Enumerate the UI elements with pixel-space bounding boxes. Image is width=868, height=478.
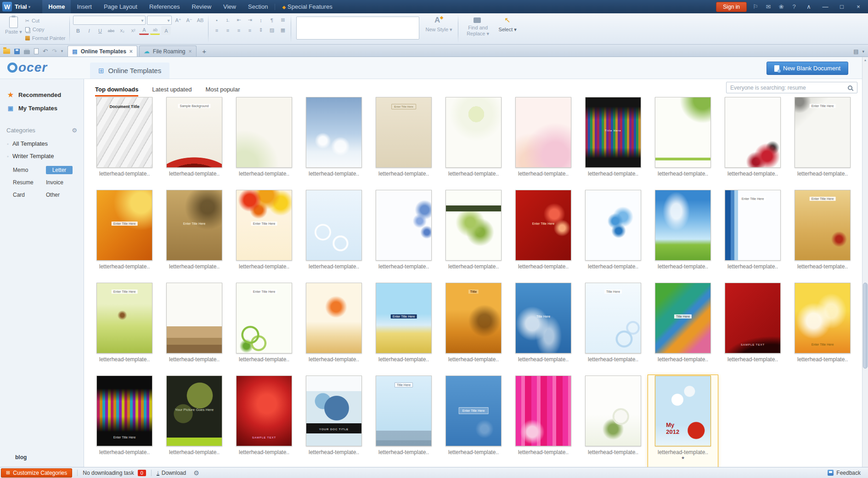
- template-card[interactable]: letterhead-template..: [648, 189, 718, 282]
- print-preview-icon[interactable]: [34, 48, 39, 54]
- categories-gear-icon[interactable]: ⚙: [72, 127, 77, 134]
- download-button[interactable]: ↓ Download: [157, 470, 186, 476]
- line-spacing-button[interactable]: ⇕: [256, 26, 265, 34]
- template-card[interactable]: Title Hereletterhead-template..: [508, 282, 578, 375]
- template-thumbnail-scarecrow[interactable]: Enter Title Here: [96, 283, 152, 353]
- menu-references[interactable]: References: [143, 0, 186, 13]
- format-painter-button[interactable]: Format Painter: [25, 34, 66, 42]
- template-card[interactable]: Enter Title Hereletterhead-template..: [229, 282, 299, 375]
- decrease-font-button[interactable]: A⁻: [184, 16, 194, 25]
- template-card[interactable]: Enter Title Hereletterhead-template..: [788, 97, 857, 189]
- shading-button[interactable]: ▨: [267, 26, 276, 34]
- bullets-button[interactable]: •: [212, 16, 221, 24]
- template-thumbnail-gold-oriental[interactable]: Enter Title Here: [795, 190, 851, 261]
- docer-logo[interactable]: ocer: [7, 61, 47, 74]
- template-thumbnail-amber-tree[interactable]: Title: [445, 283, 502, 353]
- feedback-button[interactable]: Feedback: [828, 470, 868, 476]
- highlight-button[interactable]: ab: [150, 26, 160, 35]
- subcategory-memo[interactable]: Memo: [13, 166, 39, 174]
- table-button[interactable]: ▦: [278, 26, 287, 34]
- collapse-ribbon-icon[interactable]: ∧: [803, 3, 815, 10]
- superscript-button[interactable]: X²: [128, 26, 138, 35]
- tab-list-caret-icon[interactable]: ▾: [862, 49, 864, 54]
- template-thumbnail-red-wave[interactable]: Sample Background: [166, 97, 222, 168]
- close-tab-icon[interactable]: ×: [130, 48, 133, 55]
- template-card[interactable]: Enter Title Hereletterhead-template..: [159, 189, 229, 282]
- template-thumbnail-pale-rings[interactable]: Title Here: [585, 283, 641, 353]
- template-card[interactable]: Enter Title Hereletterhead-template..: [90, 189, 159, 282]
- tab-top-downloads[interactable]: Top downloads: [95, 86, 138, 97]
- search-icon[interactable]: [848, 85, 852, 90]
- style-gallery[interactable]: [296, 17, 419, 40]
- template-card[interactable]: Enter Title Hereletterhead-template..: [90, 375, 159, 467]
- template-thumbnail-origami-2012[interactable]: My 2012: [655, 376, 711, 446]
- template-card[interactable]: Enter Title Hereletterhead-template..: [369, 282, 439, 375]
- tab-online-templates[interactable]: ▤ Online Templates ×: [68, 46, 137, 57]
- subcategory-resume[interactable]: Resume: [13, 178, 39, 187]
- minimize-button[interactable]: —: [819, 3, 831, 10]
- clear-format-button[interactable]: AB: [195, 16, 205, 25]
- template-thumbnail-corn-flowers[interactable]: [376, 190, 432, 261]
- borders-button[interactable]: ⊞: [278, 16, 287, 24]
- decrease-indent-button[interactable]: ⇤: [234, 16, 243, 24]
- template-thumbnail-tan-branch[interactable]: Enter Title Here: [166, 190, 222, 261]
- template-thumbnail-green-flourish-banner[interactable]: [445, 190, 502, 261]
- template-thumbnail-beige-ornament[interactable]: Enter Title Here: [376, 97, 432, 168]
- template-card[interactable]: Titleletterhead-template..: [439, 282, 508, 375]
- vertical-scrollbar[interactable]: ▴: [862, 57, 868, 467]
- open-file-icon[interactable]: [3, 49, 10, 54]
- template-card[interactable]: Title Hereletterhead-template..: [578, 97, 648, 189]
- select-button[interactable]: ↖ Select ▾: [496, 13, 520, 44]
- paste-button[interactable]: Paste ▾: [2, 15, 25, 36]
- template-thumbnail-rainbow-diag[interactable]: Title Here: [655, 283, 711, 353]
- template-thumbnail-green-rings[interactable]: Enter Title Here: [236, 283, 292, 353]
- save-icon[interactable]: [14, 49, 20, 54]
- sidebar-item-my-templates[interactable]: ▣ My Templates: [0, 102, 84, 115]
- template-card[interactable]: Enter Title Hereletterhead-template..: [508, 189, 578, 282]
- template-card[interactable]: letterhead-template..: [718, 97, 788, 189]
- template-thumbnail-blue-rings[interactable]: [306, 190, 362, 261]
- close-tab-icon[interactable]: ×: [189, 48, 192, 55]
- template-thumbnail-autumn-leaves[interactable]: Enter Title Here: [236, 190, 292, 261]
- message-icon[interactable]: ✉: [764, 3, 772, 10]
- template-card[interactable]: letterhead-template..: [578, 375, 648, 467]
- font-size-combo[interactable]: ▾: [147, 16, 172, 25]
- template-thumbnail-pixel-mosaic[interactable]: Enter Title Here: [96, 376, 152, 446]
- template-thumbnail-cream-plain[interactable]: [236, 97, 292, 168]
- wps-logo[interactable]: W: [2, 2, 12, 11]
- template-card[interactable]: letterhead-template..: [508, 375, 578, 467]
- template-thumbnail-ruby-dots[interactable]: SAMPLE TEXT: [236, 376, 292, 446]
- template-card[interactable]: letterhead-template..: [508, 97, 578, 189]
- menu-special-features[interactable]: ◆Special Features: [276, 0, 338, 13]
- sidebar-item-writer-template[interactable]: ◦ Writer Template: [0, 150, 84, 162]
- show-marks-button[interactable]: ¶: [267, 16, 276, 24]
- template-thumbnail-magenta-swirl[interactable]: [515, 376, 571, 446]
- template-thumbnail-red-floral[interactable]: [725, 97, 781, 168]
- template-thumbnail-blue-butterfly[interactable]: [585, 190, 641, 261]
- customize-categories-button[interactable]: ⊞ Customize Categories: [1, 468, 72, 478]
- sidebar-item-recommended[interactable]: ★ Recommended: [0, 79, 84, 102]
- template-thumbnail-blue-edge-left[interactable]: Enter Title Here: [725, 190, 781, 261]
- increase-indent-button[interactable]: ⇥: [245, 16, 254, 24]
- italic-button[interactable]: I: [84, 26, 94, 35]
- redo-icon[interactable]: ↷: [52, 48, 57, 54]
- template-thumbnail-city-skyline[interactable]: Title Here: [376, 376, 432, 446]
- char-shading-button[interactable]: A: [161, 26, 171, 35]
- template-card[interactable]: letterhead-template..: [299, 97, 369, 189]
- template-card[interactable]: letterhead-template..: [578, 189, 648, 282]
- template-card[interactable]: Enter Title Hereletterhead-template..: [788, 282, 857, 375]
- scrollbar-thumb[interactable]: [863, 283, 868, 369]
- subcategory-letter[interactable]: Letter: [46, 166, 73, 174]
- template-thumbnail-photo-circles[interactable]: Your Picture Goes Here: [166, 376, 222, 446]
- template-card[interactable]: Title Hereletterhead-template..: [648, 282, 718, 375]
- subscript-button[interactable]: X₂: [117, 26, 127, 35]
- template-thumbnail-crimson-wave[interactable]: SAMPLE TEXT: [725, 283, 781, 353]
- cut-button[interactable]: ✂Cut: [25, 17, 66, 24]
- template-card[interactable]: Title Hereletterhead-template..: [578, 282, 648, 375]
- tab-file-roaming[interactable]: ☁ File Roaming ×: [139, 46, 197, 57]
- menu-home[interactable]: Home: [42, 0, 71, 13]
- new-style-button[interactable]: A◆ New Style ▾: [422, 13, 455, 44]
- template-card[interactable]: letterhead-template..: [439, 97, 508, 189]
- text-direction-button[interactable]: ↕: [256, 16, 265, 24]
- sidebar-item-all-templates[interactable]: ◦ All Templates: [0, 137, 84, 150]
